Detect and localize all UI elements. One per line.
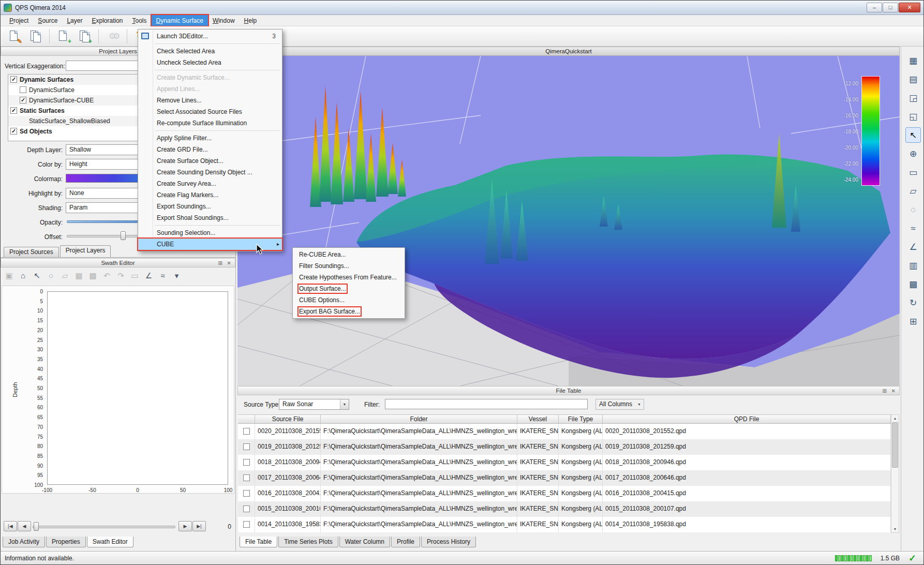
colormap-tool-icon[interactable]: ▥	[905, 258, 921, 273]
add-processed-files-icon[interactable]: +	[76, 28, 93, 44]
pointer-icon[interactable]: ↖	[31, 269, 43, 282]
table-row[interactable]: 0020_20110308_201552.allF:\QimeraQuickst…	[238, 424, 891, 439]
tab-process-history[interactable]: Process History	[421, 537, 476, 547]
menu-item-sounding-selection[interactable]: Sounding Selection...	[138, 227, 282, 239]
rectangle-select-icon[interactable]: ▭	[905, 165, 921, 180]
tab-project-layers[interactable]: Project Layers	[60, 245, 111, 257]
menubar-item-layer[interactable]: Layer	[62, 15, 87, 26]
menubar-item-exploration[interactable]: Exploration	[87, 15, 127, 26]
zoom-extent-icon[interactable]: ◱	[905, 109, 921, 124]
scroll-up-icon[interactable]: ▲	[891, 415, 899, 422]
layer-display-icon[interactable]: ▤	[905, 71, 921, 87]
tab-job-activity[interactable]: Job Activity	[3, 537, 45, 547]
viewport-3d[interactable]	[237, 56, 900, 386]
create-project-icon[interactable]: ✎	[6, 28, 23, 44]
undo-icon[interactable]: ↶	[100, 269, 113, 282]
vertical-scrollbar[interactable]: ▲ ▼	[891, 414, 899, 533]
rect-select-icon[interactable]: ▭	[128, 269, 141, 282]
ping-handle[interactable]	[34, 522, 39, 531]
more-options-icon[interactable]: ▾	[170, 269, 183, 282]
menu-item-check-selected-area[interactable]: Check Selected Area	[138, 46, 282, 57]
layer-checkbox[interactable]: ✓	[10, 76, 17, 83]
column-header-source-file[interactable]: Source File	[255, 415, 321, 423]
filter-input[interactable]	[385, 399, 588, 409]
submenu-item-export-bag-surface[interactable]: Export BAG Surface...	[293, 306, 405, 317]
table-row[interactable]: 0017_20110308_200646.allF:\QimeraQuickst…	[238, 470, 891, 486]
minimize-button[interactable]: –	[867, 3, 882, 12]
rotate-view-icon[interactable]: ↻	[905, 295, 921, 310]
menu-item-re-compute-surface-illumination[interactable]: Re-compute Surface Illumination	[138, 117, 282, 129]
column-header-file-type[interactable]: File Type	[559, 415, 603, 423]
accept-soundings-icon[interactable]: ▩	[86, 269, 99, 282]
polygon-select-icon[interactable]: ▱	[905, 183, 921, 199]
point-edit-icon[interactable]: ⊕	[905, 146, 921, 161]
menubar-item-window[interactable]: Window	[208, 15, 240, 26]
menu-item-apply-spline-filter[interactable]: Apply Spline Filter...	[138, 132, 282, 144]
last-ping-button[interactable]: ▶|	[192, 521, 206, 531]
row-checkbox[interactable]	[243, 459, 250, 466]
reject-soundings-icon[interactable]: ▦	[72, 269, 85, 282]
swath-plot[interactable]	[47, 291, 228, 485]
menu-item-create-grd-file[interactable]: Create GRD File...	[138, 144, 282, 155]
menubar-item-help[interactable]: Help	[240, 15, 262, 26]
column-header-vessel[interactable]: Vessel	[517, 415, 559, 423]
submenu-item-filter-soundings[interactable]: Filter Soundings...	[293, 260, 405, 272]
zoom-window-icon[interactable]: ◲	[905, 90, 921, 106]
columns-combo[interactable]: All Columns ▼	[595, 399, 644, 410]
save-icon[interactable]: ▣	[3, 269, 16, 282]
angle-filter-icon[interactable]: ∠	[142, 269, 155, 282]
submenu-item-re-cube-area[interactable]: Re-CUBE Area...	[293, 249, 405, 260]
float-panel-icon[interactable]: ⊞	[218, 260, 223, 266]
tab-water-column[interactable]: Water Column	[339, 537, 390, 547]
table-row[interactable]: 0016_20110308_200415.allF:\QimeraQuickst…	[238, 486, 891, 501]
menu-item-uncheck-selected-area[interactable]: Uncheck Selected Area	[138, 57, 282, 68]
offset-handle[interactable]	[121, 231, 126, 240]
row-checkbox[interactable]	[243, 474, 250, 481]
submenu-item-create-hypotheses-from-feature[interactable]: Create Hypotheses From Feature...	[293, 272, 405, 283]
menu-item-create-sounding-density-object[interactable]: Create Sounding Density Object ...	[138, 167, 282, 178]
add-raw-sonar-files-icon[interactable]: +	[55, 28, 72, 44]
processing-settings-icon[interactable]: ⚙⚙	[104, 28, 122, 44]
menu-item-create-survey-area[interactable]: Create Survey Area...	[138, 178, 282, 189]
row-checkbox[interactable]	[243, 490, 250, 497]
ping-slider[interactable]	[33, 522, 175, 531]
next-ping-button[interactable]: ▶	[178, 521, 192, 531]
column-header-folder[interactable]: Folder	[321, 415, 517, 423]
table-row[interactable]: 0015_20110308_200107.allF:\QimeraQuickst…	[238, 501, 891, 517]
column-header-checkbox[interactable]	[238, 415, 255, 423]
row-checkbox[interactable]	[243, 443, 250, 450]
float-panel-icon[interactable]: ⊞	[882, 388, 888, 394]
pointer-select-icon[interactable]: ↖	[905, 127, 921, 143]
pan-view-icon[interactable]: ⊞	[905, 314, 921, 329]
table-row[interactable]: 0019_20110308_201259.allF:\QimeraQuickst…	[238, 439, 891, 455]
menu-item-select-associated-source-files[interactable]: Select Associated Source Files	[138, 106, 282, 117]
menu-item-launch-3deditor[interactable]: Launch 3DEditor...3	[138, 31, 282, 42]
menu-item-export-shoal-soundings[interactable]: Export Shoal Soundings...	[138, 212, 282, 224]
tab-time-series-plots[interactable]: Time Series Plots	[278, 537, 338, 547]
tab-profile[interactable]: Profile	[391, 537, 420, 547]
tab-properties[interactable]: Properties	[46, 537, 86, 547]
menubar-item-source[interactable]: Source	[33, 15, 62, 26]
table-row[interactable]: 0018_20110308_200946.allF:\QimeraQuickst…	[238, 455, 891, 470]
submenu-item-cube-options[interactable]: CUBE Options...	[293, 294, 405, 306]
layer-checkbox[interactable]: ✓	[10, 107, 17, 114]
file-table-icon[interactable]: ▦	[905, 53, 921, 68]
row-checkbox[interactable]	[243, 428, 250, 435]
first-ping-button[interactable]: |◀	[4, 521, 17, 531]
menu-item-remove-lines[interactable]: Remove Lines...	[138, 95, 282, 106]
menubar-item-dynamic-surface[interactable]: Dynamic Surface	[152, 15, 208, 26]
zoom-icon[interactable]: ◌	[44, 269, 57, 282]
profile-tool-icon[interactable]: ≈	[905, 220, 921, 236]
source-type-combo[interactable]: Raw Sonar ▼	[279, 399, 349, 410]
maximize-button[interactable]: □	[883, 3, 898, 12]
redo-icon[interactable]: ↷	[114, 269, 127, 282]
table-row[interactable]: 0014_20110308_195838.allF:\QimeraQuickst…	[238, 517, 891, 532]
submenu-item-output-surface[interactable]: Output Surface...	[293, 283, 405, 294]
menubar-item-tools[interactable]: Tools	[127, 15, 151, 26]
tab-project-sources[interactable]: Project Sources	[4, 247, 59, 257]
close-panel-icon[interactable]: ✕	[891, 388, 897, 394]
row-checkbox[interactable]	[243, 505, 250, 512]
scroll-down-icon[interactable]: ▼	[891, 526, 899, 532]
close-button[interactable]: ✕	[899, 3, 920, 12]
beam-display-icon[interactable]: ≈	[156, 269, 169, 282]
